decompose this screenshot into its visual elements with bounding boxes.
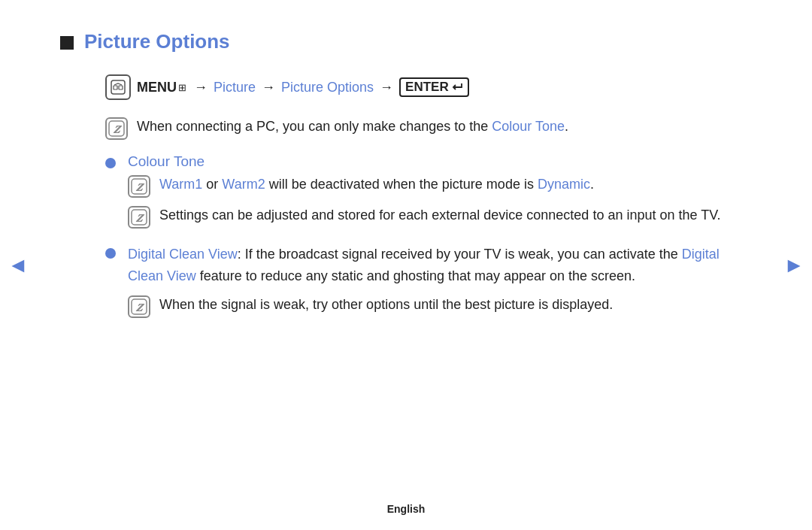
digital-clean-main-text: Digital Clean View: If the broadcast sig… [128, 244, 752, 287]
colour-tone-sub-notes: 𝒁 Warm1 or Warm2 will be deactivated whe… [128, 174, 752, 229]
arrow2: → [262, 80, 275, 95]
warm2-label: Warm2 [222, 177, 265, 192]
picture-label: Picture [214, 80, 256, 95]
bullet-dot-1 [105, 158, 116, 168]
nav-arrow-left[interactable]: ◄ [8, 253, 29, 277]
bullet-item-digital-clean-view: Digital Clean View: If the broadcast sig… [105, 244, 752, 326]
note-row-1: 𝒁 When connecting a PC, you can only mak… [105, 117, 752, 140]
sub-note-weak-signal: 𝒁 When the signal is weak, try other opt… [128, 295, 752, 318]
bullet-content-1: Colour Tone 𝒁 Warm1 or Warm2 will be dea… [128, 153, 752, 236]
sub-note-warm: 𝒁 Warm1 or Warm2 will be deactivated whe… [128, 174, 752, 198]
arrow3: → [380, 80, 393, 95]
svg-rect-1 [114, 86, 117, 89]
arrow1: → [194, 80, 208, 95]
warm1-label: Warm1 [159, 177, 202, 192]
svg-text:𝒁: 𝒁 [113, 123, 123, 135]
menu-label: MENU [137, 80, 177, 95]
bullet-section: Colour Tone 𝒁 Warm1 or Warm2 will be dea… [105, 153, 752, 326]
note-icon-settings: 𝒁 [128, 206, 150, 229]
menu-symbol: ⊞ [178, 82, 186, 93]
page-title: Picture Options [84, 30, 230, 53]
svg-rect-2 [119, 86, 123, 89]
svg-text:𝒁: 𝒁 [135, 301, 145, 313]
dynamic-label: Dynamic [538, 177, 590, 192]
colour-tone-inline-ref: Colour Tone [492, 119, 565, 134]
note-icon-1: 𝒁 [105, 117, 128, 140]
footer-language: English [387, 503, 426, 515]
title-row: Picture Options [60, 30, 752, 53]
sub-note-warm-text: Warm1 or Warm2 will be deactivated when … [159, 174, 594, 195]
sub-note-settings: 𝒁 Settings can be adjusted and stored fo… [128, 205, 752, 229]
title-square-icon [60, 36, 74, 50]
digital-clean-view-title: Digital Clean View [128, 247, 238, 262]
svg-text:𝒁: 𝒁 [135, 212, 145, 224]
sub-note-weak-signal-text: When the signal is weak, try other optio… [159, 295, 613, 315]
enter-icon: ENTER [399, 77, 469, 97]
nav-arrow-right[interactable]: ► [783, 253, 804, 277]
colour-tone-title: Colour Tone [128, 153, 752, 170]
note-icon-weak-signal: 𝒁 [128, 295, 150, 318]
note-text-1: When connecting a PC, you can only make … [137, 117, 568, 137]
note-icon-warm: 𝒁 [128, 175, 150, 198]
menu-icon [105, 74, 131, 100]
sub-note-settings-text: Settings can be adjusted and stored for … [159, 205, 721, 226]
bullet-item-colour-tone: Colour Tone 𝒁 Warm1 or Warm2 will be dea… [105, 153, 752, 236]
picture-options-label: Picture Options [281, 80, 374, 95]
menu-path-row: MENU ⊞ → Picture → Picture Options → ENT… [105, 74, 752, 100]
page-container: Picture Options MENU ⊞ → Picture → Pictu… [0, 0, 812, 530]
bullet-dot-2 [105, 248, 116, 259]
bullet-content-2: Digital Clean View: If the broadcast sig… [128, 244, 752, 326]
svg-text:𝒁: 𝒁 [135, 181, 145, 193]
